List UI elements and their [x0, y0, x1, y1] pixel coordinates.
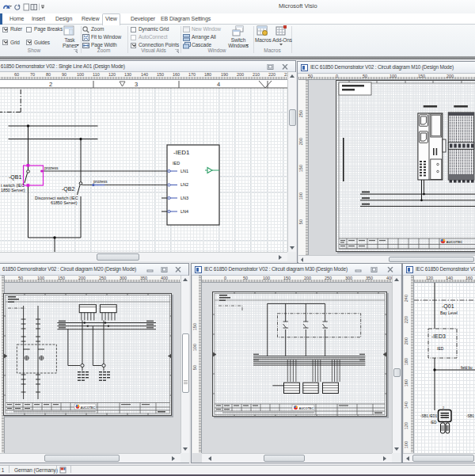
svg-text:LN3: LN3 [180, 196, 188, 200]
svg-text:LN1: LN1 [180, 169, 188, 173]
svg-text:2: 2 [49, 81, 52, 88]
svg-text:-Q01: -Q01 [442, 303, 454, 310]
svg-text:AUCOTEC: AUCOTEC [81, 406, 96, 409]
svg-text:field bu: field bu [461, 366, 473, 370]
svg-text:3: 3 [135, 81, 138, 88]
svg-text:IED: IED [437, 346, 444, 351]
svg-text:prozess: prozess [44, 166, 59, 170]
svg-text:LN4: LN4 [180, 209, 188, 214]
svg-text:4: 4 [217, 81, 220, 88]
svg-text:IED: IED [173, 161, 180, 166]
svg-text:-IED3: -IED3 [431, 333, 446, 339]
svg-text:61850 Server): 61850 Server) [51, 200, 78, 205]
svg-text:-QB2: -QB2 [62, 186, 74, 192]
svg-text:-SB1.IED1: -SB1.IED1 [420, 414, 438, 418]
svg-text:2: 2 [443, 406, 445, 409]
svg-text:LN2: LN2 [180, 182, 188, 187]
svg-text:Bay Level: Bay Level [440, 310, 458, 315]
svg-text:-SB1: -SB1 [466, 414, 475, 418]
svg-text:IED: IED [431, 421, 437, 425]
svg-text:1850 Server): 1850 Server) [1, 188, 25, 192]
svg-text:AUCOTEC: AUCOTEC [446, 240, 463, 244]
svg-text:-QB1: -QB1 [9, 174, 21, 181]
svg-text:prozess: prozess [93, 179, 108, 184]
svg-text:-IED1: -IED1 [173, 149, 190, 156]
svg-text:AUCOTEC: AUCOTEC [299, 407, 314, 410]
